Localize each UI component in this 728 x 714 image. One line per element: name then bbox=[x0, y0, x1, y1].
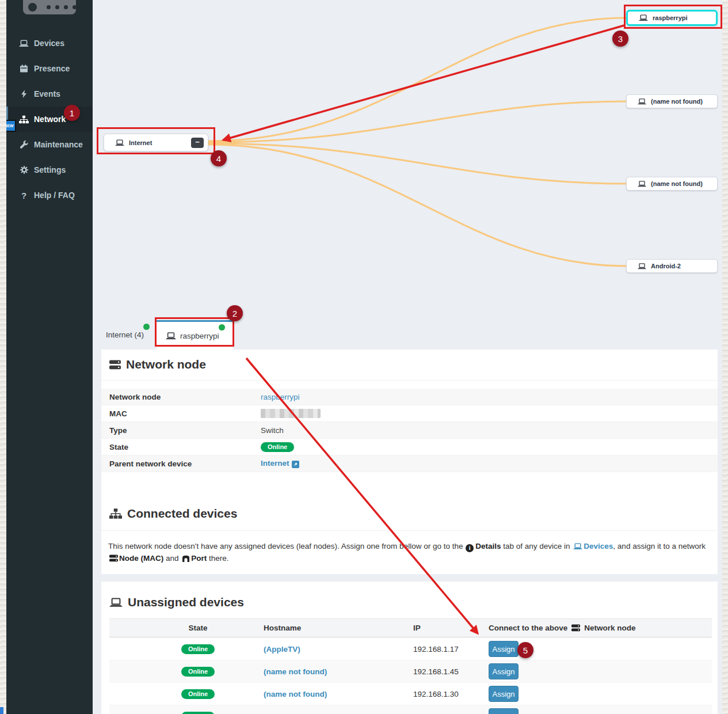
annotation-step-4: 4 bbox=[211, 150, 227, 166]
hostname-link[interactable]: (name not found) bbox=[264, 712, 413, 714]
assign-button[interactable]: Assign bbox=[489, 686, 519, 702]
online-dot bbox=[143, 324, 150, 330]
external-link-icon[interactable] bbox=[292, 461, 299, 468]
redacted-mac-value bbox=[261, 409, 321, 418]
app-window: Devices Presence Events Network bbox=[0, 0, 728, 714]
assign-button[interactable]: Assign bbox=[489, 708, 519, 714]
hostname-link[interactable]: (name not found) bbox=[264, 690, 413, 698]
ip-value: 192.168.1.57 bbox=[413, 712, 489, 714]
network-icon bbox=[19, 115, 29, 124]
sidebar-item-help[interactable]: ? Help / FAQ bbox=[6, 183, 93, 208]
diagram-node-name-not-found-1[interactable]: (name not found) bbox=[626, 94, 718, 108]
sidebar-item-settings[interactable]: Settings bbox=[6, 157, 93, 183]
field-label: State bbox=[109, 443, 261, 451]
annotation-arrow-to-internet bbox=[223, 25, 624, 140]
field-label: Type bbox=[109, 426, 261, 435]
sidebar-item-label: Maintenance bbox=[34, 140, 83, 149]
column-header-hostname: Hostname bbox=[264, 624, 413, 632]
port-icon bbox=[182, 555, 190, 562]
sitemap-icon bbox=[109, 508, 122, 519]
column-header-state: State bbox=[109, 624, 264, 632]
edge-internet-android2 bbox=[208, 145, 627, 266]
sidebar-item-devices[interactable]: Devices bbox=[6, 31, 93, 56]
edge-internet-nnf1 bbox=[208, 101, 627, 142]
divider bbox=[101, 380, 718, 381]
unassigned-devices-table: State Hostname IP Connect to the above N… bbox=[109, 618, 712, 714]
node-name-link[interactable]: raspberrypi bbox=[261, 393, 300, 401]
assign-button[interactable]: Assign bbox=[489, 641, 519, 657]
tab-internet[interactable]: Internet (4) bbox=[101, 320, 144, 350]
devices-link[interactable]: Devices bbox=[584, 542, 613, 550]
column-header-connect: Connect to the above Network node bbox=[489, 624, 712, 632]
laptop-icon bbox=[109, 598, 123, 607]
node-label: raspberrypi bbox=[653, 14, 688, 21]
table-row: Online (name not found) 192.168.1.30 Ass… bbox=[109, 682, 712, 705]
table-row: Type Switch bbox=[101, 422, 718, 439]
annotation-step-3: 3 bbox=[612, 31, 628, 47]
laptop-icon bbox=[638, 98, 646, 105]
unassigned-devices-title: Unassigned devices bbox=[109, 595, 244, 609]
sidebar-nav: Devices Presence Events Network bbox=[6, 31, 93, 208]
type-value: Switch bbox=[261, 426, 284, 435]
online-dot bbox=[219, 324, 225, 331]
status-badge: Online bbox=[181, 689, 215, 699]
table-row: Online (name not found) 192.168.1.57 Ass… bbox=[109, 705, 712, 714]
sidebar-item-maintenance[interactable]: NEW Maintenance bbox=[6, 132, 93, 157]
network-node-title: Network node bbox=[109, 358, 206, 371]
logo-dot bbox=[55, 5, 59, 9]
calendar-icon bbox=[19, 64, 29, 73]
hostname-link[interactable]: (AppleTV) bbox=[264, 645, 413, 654]
table-row: MAC bbox=[101, 405, 718, 422]
sidebar-item-events[interactable]: Events bbox=[6, 81, 93, 107]
laptop-icon bbox=[19, 39, 29, 48]
tab-label: Internet (4) bbox=[106, 331, 144, 339]
node-label: Internet bbox=[129, 139, 152, 146]
diagram-node-name-not-found-2[interactable]: (name not found) bbox=[626, 177, 718, 191]
no-assigned-devices-message: This network node doesn't have any assig… bbox=[108, 540, 712, 564]
field-label: MAC bbox=[109, 409, 261, 418]
edge-internet-raspberrypi bbox=[208, 18, 627, 141]
logo-dot bbox=[73, 5, 77, 9]
sidebar-item-label: Help / FAQ bbox=[34, 191, 75, 200]
ip-value: 192.168.1.30 bbox=[413, 690, 489, 698]
sidebar-item-label: Settings bbox=[34, 165, 66, 174]
ip-value: 192.168.1.17 bbox=[413, 645, 489, 654]
sidebar-item-label: Devices bbox=[34, 39, 64, 48]
table-row: Network node raspberrypi bbox=[101, 389, 718, 405]
status-badge: Online bbox=[181, 667, 215, 677]
page-edge-texture-right bbox=[722, 0, 728, 714]
page-edge-texture-left bbox=[0, 0, 6, 714]
server-icon bbox=[109, 360, 121, 370]
node-label: (name not found) bbox=[651, 180, 703, 187]
hostname-link[interactable]: (name not found) bbox=[264, 667, 413, 676]
diagram-node-raspberrypi[interactable]: raspberrypi bbox=[626, 10, 718, 26]
ip-value: 192.168.1.45 bbox=[413, 667, 489, 676]
laptop-icon bbox=[638, 181, 646, 187]
diagram-node-internet[interactable]: Internet − bbox=[104, 134, 208, 151]
annotation-step-2: 2 bbox=[227, 305, 243, 321]
sidebar-item-network[interactable]: Network bbox=[6, 107, 93, 132]
bolt-icon bbox=[19, 90, 29, 98]
table-row: State Online bbox=[101, 439, 718, 455]
connected-devices-title: Connected devices bbox=[109, 507, 237, 521]
info-circle-icon: i bbox=[466, 544, 474, 552]
assign-button[interactable]: Assign bbox=[489, 663, 519, 679]
sidebar: Devices Presence Events Network bbox=[6, 0, 93, 714]
parent-device-link[interactable]: Internet bbox=[261, 459, 289, 468]
gear-icon bbox=[19, 166, 29, 174]
laptop-icon bbox=[638, 263, 646, 269]
status-badge: Online bbox=[261, 442, 294, 452]
laptop-icon bbox=[639, 14, 648, 21]
app-logo[interactable] bbox=[23, 0, 76, 14]
table-row: Online (AppleTV) 192.168.1.17 Assign bbox=[109, 637, 712, 660]
collapse-node-button[interactable]: − bbox=[191, 138, 204, 148]
sidebar-item-label: Presence bbox=[34, 64, 70, 73]
server-icon bbox=[571, 624, 580, 632]
field-label: Network node bbox=[109, 393, 261, 401]
wrench-icon bbox=[19, 140, 29, 149]
diagram-node-android-2[interactable]: Android-2 bbox=[626, 259, 718, 273]
laptop-icon bbox=[115, 139, 124, 146]
sidebar-item-presence[interactable]: Presence bbox=[6, 56, 93, 81]
node-label: Android-2 bbox=[651, 263, 681, 269]
logo-dot-large bbox=[28, 3, 37, 12]
